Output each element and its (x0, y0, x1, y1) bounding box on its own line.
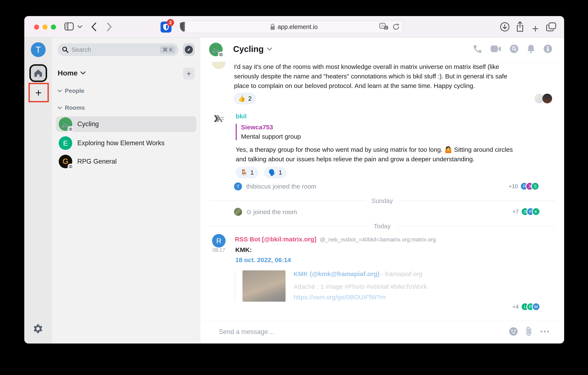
room-item-cycling[interactable]: 🚲 Cycling (56, 116, 196, 132)
explore-rooms-button[interactable] (183, 43, 195, 56)
room-header-avatar[interactable]: 🚲 (209, 43, 223, 56)
room-title-text: Cycling (233, 44, 263, 54)
room-title[interactable]: Cycling (233, 44, 272, 54)
quote-sender-name: Siewca753 (241, 124, 301, 131)
date-divider: Sunday (209, 197, 556, 204)
rooms-section-label: Rooms (65, 104, 85, 111)
add-room-button[interactable]: + (183, 68, 195, 79)
back-button-icon[interactable] (91, 22, 96, 31)
room-search-icon[interactable] (510, 44, 518, 53)
translate-icon[interactable]: Ax (379, 23, 388, 31)
sidebar-toggle-icon[interactable] (64, 22, 74, 31)
date-divider-label: Today (374, 223, 390, 230)
preview-url-link[interactable]: https://osm.org/go/0BOUIFfW?m (294, 294, 427, 301)
message-avatar[interactable] (212, 62, 226, 69)
composer-placeholder: Send a message… (219, 328, 274, 336)
reaction-count: 2 (248, 95, 252, 102)
minimize-window-button[interactable] (42, 24, 48, 30)
url-preview-card[interactable]: KMK (@kmk@framapiaf.org) - framapiaf.org… (234, 270, 520, 302)
member-avatar[interactable]: T (234, 182, 242, 190)
member-avatar[interactable] (234, 208, 242, 216)
room-list-panel: Search ⌘ K Home + People + Rooms + (52, 38, 200, 343)
close-window-button[interactable] (34, 24, 39, 30)
people-section-header[interactable]: People (58, 88, 84, 94)
share-icon[interactable] (515, 21, 525, 32)
notifications-bell-icon[interactable] (527, 44, 535, 53)
room-avatar-exploring: E (59, 136, 72, 150)
reaction-pill[interactable]: 👍 2 (234, 93, 256, 104)
rail-divider (31, 63, 45, 63)
room-info-icon[interactable] (543, 44, 552, 53)
reload-icon[interactable] (392, 23, 399, 31)
message-body: I'd say it's one of the rooms with most … (234, 62, 518, 90)
preview-thumbnail-image[interactable] (242, 270, 285, 302)
quoted-message[interactable]: Siewca753 Mental support group (236, 124, 301, 140)
search-icon (62, 46, 69, 53)
message-body: Yes, a therapy group for those who went … (236, 145, 520, 164)
message-avatar-haskell[interactable] (212, 112, 226, 125)
sender-name[interactable]: RSS Bot [@bkil:matrix.org] (235, 236, 316, 243)
reaction-pill[interactable]: 🪑 1 (236, 167, 258, 178)
user-avatar[interactable]: T (31, 42, 46, 57)
emoji-picker-icon[interactable] (509, 327, 518, 336)
date-divider: Today (209, 223, 556, 230)
membership-text: thibiscus joined the room (246, 183, 316, 190)
message-composer[interactable]: Send a message… ••• (200, 321, 564, 343)
chevron-down-icon (58, 90, 62, 92)
room-header: 🚲 Cycling (200, 38, 564, 62)
sender-name[interactable]: bkil (236, 113, 247, 120)
event-summary-avatars[interactable]: +10 F 3 S (509, 182, 539, 190)
address-bar[interactable]: app.element.io Ax (185, 21, 403, 33)
voice-call-icon[interactable] (473, 44, 482, 53)
downloads-icon[interactable] (500, 22, 510, 32)
reaction-count: 1 (250, 169, 254, 176)
message-timestamp: 08:17 (212, 247, 225, 253)
reaction-emoji: 👍 (238, 95, 246, 102)
element-app: T + Search ⌘ K Home (24, 38, 564, 343)
room-item-exploring[interactable]: E Exploring how Element Works (56, 135, 196, 151)
room-avatar-rpg: G (59, 155, 72, 168)
settings-gear-icon[interactable] (33, 324, 43, 334)
preview-title-link[interactable]: KMK (@kmk@framapiaf.org) (294, 270, 379, 277)
read-receipt-avatar[interactable] (542, 94, 552, 103)
zoom-window-button[interactable] (51, 24, 56, 30)
chevron-down-icon (81, 71, 85, 75)
attachment-paperclip-icon[interactable] (525, 327, 533, 336)
video-call-icon[interactable] (491, 45, 501, 53)
summary-avatar: K (532, 207, 540, 216)
more-options-icon[interactable]: ••• (540, 327, 550, 336)
summary-avatar: S (531, 182, 539, 190)
home-space-button[interactable] (29, 64, 47, 82)
forward-button-icon[interactable] (107, 22, 112, 31)
message-date-link[interactable]: 18 oct. 2022, 06:14 (235, 256, 291, 264)
space-header[interactable]: Home (58, 69, 85, 77)
message-avatar[interactable]: R (212, 234, 226, 248)
browser-toolbar: 2 app.element.io Ax + (24, 16, 564, 38)
search-placeholder: Search (72, 46, 160, 53)
read-receipt-avatars[interactable]: +4 L F M (512, 302, 540, 311)
room-name: Cycling (77, 120, 99, 128)
message-body: KMK: (235, 246, 252, 254)
overflow-count: +10 (509, 183, 518, 190)
quote-text: Mental support group (241, 133, 301, 140)
tab-overview-icon[interactable] (546, 22, 556, 32)
reaction-pill[interactable]: 🗣️ 1 (264, 167, 286, 178)
search-shortcut-badge: ⌘ K (160, 46, 175, 54)
event-summary-avatars[interactable]: +7 S F K (512, 207, 540, 216)
room-item-rpg[interactable]: G RPG General (56, 154, 196, 169)
sidebar-chevron-icon[interactable] (77, 25, 82, 28)
membership-event: ⊙ joined the room (234, 208, 297, 216)
bitwarden-extension-icon[interactable]: 2 (160, 22, 171, 33)
rooms-section-header[interactable]: Rooms (58, 104, 85, 111)
new-tab-icon[interactable]: + (532, 22, 539, 35)
search-input[interactable]: Search ⌘ K (58, 43, 179, 56)
public-room-globe-icon (68, 126, 74, 132)
bitwarden-badge: 2 (167, 19, 174, 26)
space-name: Home (58, 69, 77, 77)
membership-text: ⊙ joined the room (246, 208, 297, 216)
public-room-globe-icon (68, 164, 74, 169)
reaction-count: 1 (279, 169, 282, 176)
message-timeline[interactable]: I'd say it's one of the rooms with most … (200, 62, 564, 321)
room-name: Exploring how Element Works (77, 139, 165, 147)
overflow-count: +4 (512, 304, 519, 310)
